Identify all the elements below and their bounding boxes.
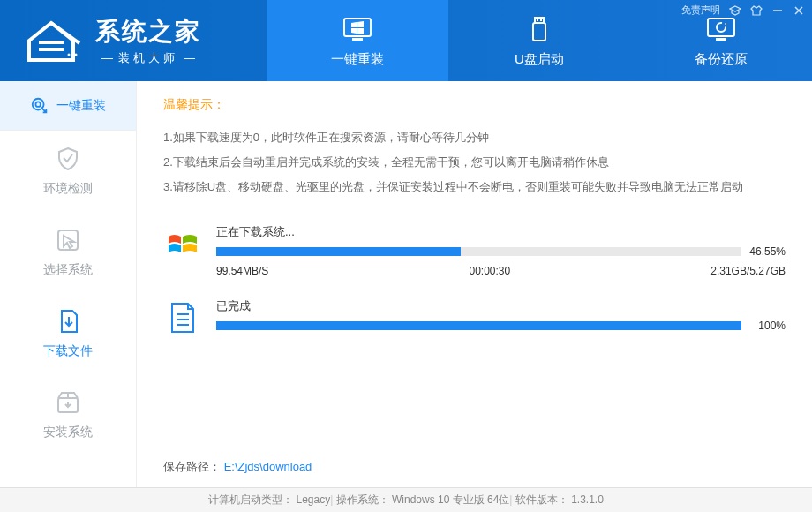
- status-bar: 计算机启动类型： Legacy 操作系统： Windows 10 专业版 64位…: [0, 487, 812, 512]
- logo-area: 系统之家 装机大师: [0, 0, 267, 81]
- app-subtitle: 装机大师: [95, 50, 201, 66]
- save-path: 保存路径： E:\Zjds\download: [163, 459, 312, 475]
- box-install-icon: [55, 389, 81, 416]
- svg-point-4: [75, 54, 78, 56]
- footer-os: 操作系统： Windows 10 专业版 64位: [330, 493, 509, 508]
- tip-line: 3.请移除U盘、移动硬盘、光驱里的光盘，并保证安装过程中不会断电，否则重装可能失…: [163, 175, 786, 200]
- tip-line: 2.下载结束后会自动重启并完成系统的安装，全程无需干预，您可以离开电脑请稍作休息: [163, 150, 786, 175]
- done-label: 已完成: [216, 298, 786, 314]
- sidebar-item-label: 选择系统: [43, 262, 93, 278]
- save-path-label: 保存路径：: [163, 460, 221, 473]
- tab-usb-boot[interactable]: U盘启动: [448, 0, 630, 81]
- sidebar-item-select-system[interactable]: 选择系统: [0, 212, 136, 293]
- tshirt-icon[interactable]: [750, 4, 763, 17]
- tab-label: U盘启动: [515, 51, 564, 68]
- svg-point-3: [71, 54, 74, 56]
- app-title: 系统之家: [95, 15, 201, 49]
- app-header: 系统之家 装机大师 一键重装 U盘启动: [0, 0, 812, 81]
- download-status-label: 正在下载系统...: [216, 224, 786, 240]
- svg-rect-11: [708, 19, 734, 36]
- monitor-refresh-icon: [705, 14, 737, 46]
- sidebar-item-install[interactable]: 安装系统: [0, 374, 136, 456]
- tip-line: 1.如果下载速度为0，此时软件正在搜索资源，请耐心等待几分钟: [163, 125, 786, 150]
- download-speed: 99.54MB/S: [216, 265, 268, 277]
- sidebar-top-one-click[interactable]: 一键重装: [0, 81, 136, 131]
- svg-rect-12: [716, 38, 726, 41]
- save-path-value[interactable]: E:\Zjds\download: [224, 460, 312, 473]
- target-click-icon: [30, 96, 49, 116]
- sidebar-item-label: 一键重装: [56, 98, 106, 114]
- svg-rect-17: [58, 230, 78, 250]
- sidebar-item-download[interactable]: 下载文件: [0, 293, 136, 374]
- svg-rect-8: [533, 23, 545, 41]
- svg-point-16: [35, 102, 41, 107]
- tab-label: 备份还原: [695, 51, 748, 68]
- house-logo-icon: [16, 14, 86, 67]
- svg-point-2: [68, 54, 71, 56]
- usb-drive-icon: [523, 14, 555, 46]
- shield-check-icon: [55, 146, 81, 172]
- footer-version: 软件版本： 1.3.1.0: [509, 493, 603, 508]
- monitor-windows-icon: [342, 14, 373, 46]
- done-percent: 100%: [747, 320, 786, 332]
- svg-rect-9: [537, 19, 538, 21]
- download-size: 2.31GB/5.27GB: [710, 265, 786, 277]
- close-icon[interactable]: [793, 4, 805, 17]
- windows-logo-icon: [163, 224, 202, 263]
- sidebar-item-label: 安装系统: [43, 425, 93, 440]
- download-system-row: 正在下载系统... 46.55% 99.54MB/S 00:00:30 2.31…: [163, 224, 786, 277]
- download-progress-bar: [216, 247, 741, 256]
- footer-boot-type: 计算机启动类型： Legacy: [208, 493, 330, 508]
- download-percent: 46.55%: [747, 245, 786, 258]
- svg-rect-1: [39, 48, 64, 51]
- svg-rect-10: [540, 19, 542, 21]
- tips-title: 温馨提示：: [163, 97, 786, 113]
- sidebar-item-env-check[interactable]: 环境检测: [0, 131, 136, 212]
- sidebar: 一键重装 环境检测 选择系统 下载文件 安装系统: [0, 81, 137, 487]
- disclaimer-link[interactable]: 免责声明: [681, 4, 720, 17]
- svg-point-13: [717, 23, 726, 32]
- tab-label: 一键重装: [331, 51, 384, 68]
- sidebar-item-label: 环境检测: [43, 181, 93, 197]
- sidebar-item-label: 下载文件: [43, 343, 93, 359]
- done-progress-bar: [216, 321, 741, 330]
- svg-rect-6: [352, 38, 363, 41]
- minimize-icon[interactable]: [771, 4, 784, 17]
- download-elapsed: 00:00:30: [469, 265, 510, 277]
- tab-one-click-reinstall[interactable]: 一键重装: [267, 0, 448, 81]
- window-controls: 免责声明: [681, 4, 805, 17]
- main-content: 温馨提示： 1.如果下载速度为0，此时软件正在搜索资源，请耐心等待几分钟 2.下…: [137, 81, 812, 487]
- download-done-row: 已完成 100%: [163, 298, 786, 337]
- graduation-icon[interactable]: [729, 4, 741, 17]
- document-icon: [163, 298, 202, 337]
- svg-rect-0: [39, 41, 64, 44]
- select-arrow-icon: [55, 227, 81, 253]
- file-download-icon: [55, 308, 81, 335]
